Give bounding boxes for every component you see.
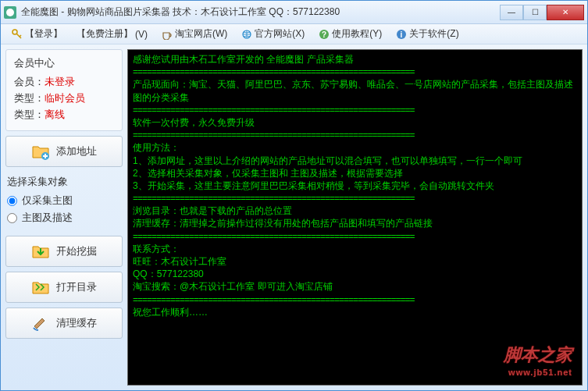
console-line: 祝您工作顺利…… — [133, 306, 577, 318]
console-line: 旺旺：木石设计工作室 — [133, 255, 577, 268]
console-sep: ========================================… — [133, 293, 577, 306]
open-dir-label: 打开目录 — [56, 280, 97, 294]
folder-add-icon — [31, 142, 50, 161]
menu-register-label: 【免费注册】 — [77, 27, 133, 41]
member-type2: 类型：离线 — [14, 108, 114, 122]
console-sep: ========================================… — [133, 230, 577, 243]
member-panel: 会员中心 会员：未登录 类型：临时会员 类型：离线 — [5, 49, 123, 131]
console-line: 淘宝搜索：@木石设计工作室 即可进入淘宝店铺 — [133, 280, 577, 293]
key-icon — [12, 29, 23, 40]
radio-image-desc[interactable]: 主图及描述 — [7, 211, 121, 225]
member-panel-title: 会员中心 — [14, 56, 114, 70]
svg-point-1 — [6, 9, 14, 16]
info-icon: i — [396, 29, 407, 40]
console-sep: ========================================… — [133, 104, 577, 116]
console-sep: ========================================… — [133, 66, 577, 78]
console-line: 3、开始采集，这里主要注意阿里巴巴采集相对稍慢，等到采集完毕，会自动跳转文件夹 — [133, 180, 577, 192]
console-line: 2、选择相关采集对象，仅采集主图和 主图及描述，根据需要选择 — [133, 167, 577, 180]
console-line: QQ：577122380 — [133, 268, 577, 280]
radio-image-desc-label: 主图及描述 — [22, 211, 73, 225]
menu-register[interactable]: 【免费注册】 (V) — [70, 26, 154, 42]
close-button[interactable]: ✕ — [547, 5, 584, 20]
minimize-button[interactable]: — — [500, 5, 523, 20]
start-button[interactable]: 开始挖掘 — [5, 236, 123, 267]
start-label: 开始挖掘 — [56, 244, 97, 258]
menubar: 【登录】 【免费注册】 (V) 淘宝网店(W) 官方网站(X) ? 使用教程(Y… — [1, 24, 587, 44]
console-line: 浏览目录：也就是下载的产品的总位置 — [133, 204, 577, 217]
download-icon — [31, 242, 50, 261]
console-line: 1、添加网址，这里以上介绍的网站的产品地址可以混合填写，也可以单独填写，一行一个… — [133, 155, 577, 167]
member-type1: 类型：临时会员 — [14, 91, 114, 105]
sidebar: 会员中心 会员：未登录 类型：临时会员 类型：离线 添加地址 选择采集对象 仅采… — [5, 49, 123, 386]
menu-tutorial-label: 使用教程(Y) — [332, 27, 382, 41]
radio-main-image-label: 仅采集主图 — [22, 194, 73, 208]
console-output[interactable]: 感谢您试用由木石工作室开发的 全能魔图 产品采集器 ==============… — [127, 49, 583, 386]
console-sep: ========================================… — [133, 129, 577, 141]
menu-about-label: 关于软件(Z) — [409, 27, 458, 41]
console-line: 图的分类采集 — [133, 91, 577, 104]
menu-login[interactable]: 【登录】 — [5, 26, 69, 42]
add-url-label: 添加地址 — [56, 144, 97, 158]
menu-taobao-label: 淘宝网店(W) — [175, 27, 227, 41]
watermark: 脚本之家 www.jb51.net — [504, 343, 572, 379]
svg-text:?: ? — [322, 30, 326, 39]
collect-target-group: 选择采集对象 仅采集主图 主图及描述 — [5, 172, 123, 231]
console-line: 软件一次付费，永久免费升级 — [133, 116, 577, 129]
menu-tutorial[interactable]: ? 使用教程(Y) — [312, 26, 388, 42]
app-icon — [4, 6, 16, 19]
console-line: 清理缓存：清理掉之前操作过得没有用处的包括产品图和填写的产品链接 — [133, 217, 577, 229]
app-window: 全能魔图 - 购物网站商品图片采集器 技术：木石设计工作室 QQ：5771223… — [0, 0, 588, 391]
add-url-button[interactable]: 添加地址 — [5, 136, 123, 167]
console-line: 使用方法： — [133, 141, 577, 154]
watermark-text: 脚本之家 — [504, 345, 572, 364]
globe-icon — [241, 29, 252, 40]
radio-image-desc-input[interactable] — [7, 213, 17, 223]
menu-official-label: 官方网站(X) — [255, 27, 305, 41]
svg-text:i: i — [401, 30, 403, 39]
folder-open-icon — [31, 278, 50, 297]
menu-about[interactable]: i 关于软件(Z) — [390, 26, 465, 42]
window-title: 全能魔图 - 购物网站商品图片采集器 技术：木石设计工作室 QQ：5771223… — [21, 5, 500, 19]
menu-register-key: (V) — [135, 29, 148, 40]
radio-main-image[interactable]: 仅采集主图 — [7, 194, 121, 208]
maximize-button[interactable]: ☐ — [523, 5, 547, 20]
watermark-url: www.jb51.net — [504, 367, 572, 379]
console-line: 感谢您试用由木石工作室开发的 全能魔图 产品采集器 — [133, 53, 577, 66]
console-sep: ========================================… — [133, 192, 577, 204]
open-dir-button[interactable]: 打开目录 — [5, 272, 123, 303]
brush-icon — [31, 314, 50, 332]
content-area: 会员中心 会员：未登录 类型：临时会员 类型：离线 添加地址 选择采集对象 仅采… — [1, 44, 587, 390]
console-line: 联系方式： — [133, 243, 577, 255]
clear-cache-label: 清理缓存 — [56, 316, 97, 330]
menu-taobao[interactable]: 淘宝网店(W) — [155, 26, 233, 42]
member-status: 会员：未登录 — [14, 75, 114, 89]
menu-login-label: 【登录】 — [25, 27, 62, 41]
radio-main-image-input[interactable] — [7, 196, 17, 206]
titlebar: 全能魔图 - 购物网站商品图片采集器 技术：木石设计工作室 QQ：5771223… — [1, 1, 587, 24]
window-controls: — ☐ ✕ — [500, 5, 584, 20]
help-icon: ? — [319, 29, 330, 40]
menu-official[interactable]: 官方网站(X) — [235, 26, 311, 42]
cup-icon — [162, 29, 173, 40]
collect-target-title: 选择采集对象 — [7, 175, 121, 189]
clear-cache-button[interactable]: 清理缓存 — [5, 307, 123, 339]
console-line: 产品现面向：淘宝、天猫、阿里巴巴、京东、苏宁易购、唯品会、一号店网站的产品采集，… — [133, 78, 577, 91]
